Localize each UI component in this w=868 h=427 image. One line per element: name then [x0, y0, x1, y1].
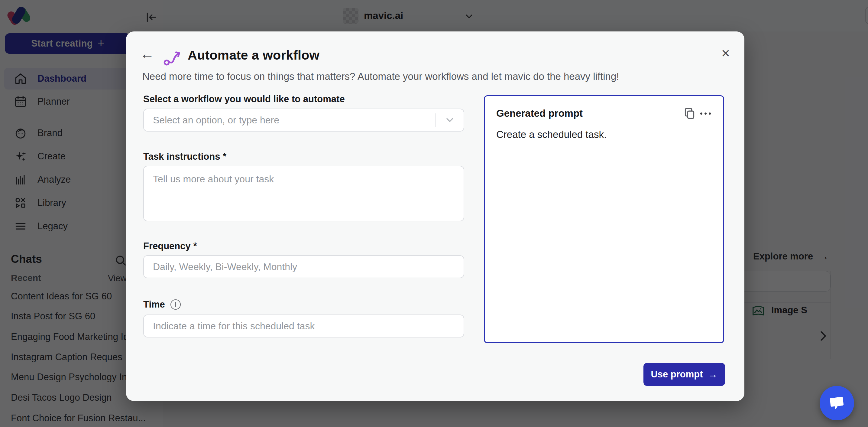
- frequency-input[interactable]: [143, 255, 464, 278]
- arrow-right-icon: →: [708, 369, 718, 380]
- generated-prompt-title: Generated prompt: [496, 108, 683, 119]
- task-instructions-textarea[interactable]: [143, 166, 464, 221]
- use-prompt-label: Use prompt: [651, 369, 703, 380]
- generated-prompt-panel: Generated prompt Create a scheduled task…: [484, 95, 724, 343]
- select-dropdown-toggle[interactable]: [435, 109, 464, 132]
- close-icon[interactable]: ×: [721, 46, 730, 60]
- generated-prompt-text: Create a scheduled task.: [496, 129, 712, 140]
- time-label: Time: [143, 299, 165, 310]
- speech-bubble-icon: [827, 393, 847, 413]
- task-instructions-label: Task instructions *: [143, 151, 226, 162]
- use-prompt-button[interactable]: Use prompt →: [644, 363, 725, 386]
- generated-prompt-header: Generated prompt: [496, 107, 714, 120]
- more-options-icon[interactable]: [696, 107, 714, 120]
- chat-support-widget[interactable]: [819, 386, 854, 420]
- automate-workflow-modal: ← Automate a workflow × Need more time t…: [126, 31, 744, 401]
- time-label-row: Time i: [143, 299, 181, 310]
- chevron-down-icon: [444, 115, 455, 125]
- workflow-select-input[interactable]: [143, 109, 464, 132]
- modal-subtitle: Need more time to focus on things that m…: [142, 71, 619, 82]
- modal-title: Automate a workflow: [188, 48, 319, 63]
- workflow-select: [143, 109, 464, 132]
- time-input[interactable]: [143, 314, 464, 338]
- frequency-label: Frequency *: [143, 241, 197, 252]
- workflow-squiggle-icon: [163, 47, 182, 66]
- back-arrow-icon[interactable]: ←: [140, 47, 154, 61]
- info-icon[interactable]: i: [170, 300, 181, 310]
- workflow-select-label: Select a workflow you would like to auto…: [143, 94, 345, 105]
- copy-icon[interactable]: [683, 107, 696, 120]
